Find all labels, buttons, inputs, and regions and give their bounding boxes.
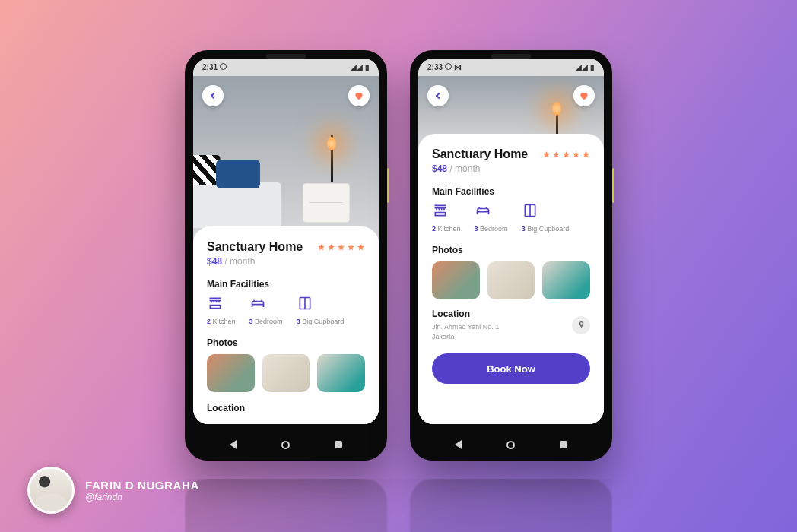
- cupboard-icon: [522, 203, 538, 218]
- status-indicators: ◢◢ ▮: [576, 63, 595, 71]
- listing-price: $48 / month: [207, 256, 303, 267]
- settings-icon: [220, 63, 227, 70]
- map-pin-icon: [577, 321, 586, 329]
- photo-thumbnail[interactable]: [432, 261, 480, 299]
- photo-thumbnail[interactable]: [207, 354, 255, 392]
- photo-thumbnail[interactable]: [262, 354, 310, 392]
- nav-recents-icon[interactable]: [560, 441, 567, 448]
- heart-icon: [354, 90, 364, 101]
- app-screen-detail-scrolled: 2:33 ⋈ ◢◢ ▮ Sanctuary Home $48 / month: [418, 59, 604, 424]
- author-handle: @farindn: [85, 492, 199, 502]
- photo-thumbnail[interactable]: [487, 261, 535, 299]
- map-button[interactable]: [572, 316, 590, 334]
- phone-mockup-1: 2:31 ◢◢ ▮ Sanctuary Home $48 / month: [185, 50, 387, 461]
- status-bar: 2:31 ◢◢ ▮: [193, 59, 379, 76]
- android-nav-bar: [410, 429, 612, 461]
- back-button[interactable]: [427, 85, 449, 106]
- listing-price: $48 / month: [432, 163, 528, 174]
- photo-thumbnail[interactable]: [317, 354, 365, 392]
- bed-icon: [249, 296, 266, 311]
- status-time: 2:31: [202, 63, 218, 71]
- nav-home-icon[interactable]: [281, 441, 290, 449]
- chevron-left-icon: [211, 93, 217, 99]
- facility-cupboard: 3 Big Cupboard: [297, 296, 345, 325]
- app-screen-detail-top: 2:31 ◢◢ ▮ Sanctuary Home $48 / month: [193, 59, 379, 424]
- nav-recents-icon[interactable]: [335, 441, 342, 448]
- bed-icon: [475, 203, 491, 218]
- kitchen-icon: [207, 296, 224, 311]
- facilities-heading: Main Facilities: [207, 279, 365, 290]
- nav-home-icon[interactable]: [506, 441, 515, 449]
- location-address: Jln. Ahmad Yani No. 1Jakarta: [432, 322, 499, 341]
- kitchen-icon: [432, 203, 449, 218]
- facility-bedroom: 3 Bedroom: [475, 203, 508, 233]
- avatar: [27, 467, 75, 514]
- android-nav-bar: [185, 429, 387, 461]
- listing-title: Sanctuary Home: [432, 147, 528, 161]
- location-heading: Location: [432, 309, 499, 319]
- location-heading: Location: [207, 403, 365, 413]
- phone-mockup-2: 2:33 ⋈ ◢◢ ▮ Sanctuary Home $48 / month: [410, 50, 612, 461]
- photos-heading: Photos: [207, 337, 365, 348]
- back-button[interactable]: [202, 85, 224, 106]
- status-time: 2:33: [427, 63, 443, 71]
- photo-thumbnail[interactable]: [542, 261, 590, 299]
- status-indicators: ◢◢ ▮: [351, 63, 370, 71]
- rating-stars: [317, 243, 365, 252]
- listing-title: Sanctuary Home: [207, 240, 303, 254]
- nav-back-icon[interactable]: [455, 440, 462, 449]
- favorite-button[interactable]: [573, 85, 595, 106]
- favorite-button[interactable]: [348, 85, 370, 106]
- author-attribution: FARIN D NUGRAHA @farindn: [27, 467, 199, 514]
- heart-icon: [579, 90, 589, 101]
- facility-kitchen: 2 Kitchen: [432, 203, 461, 233]
- book-now-button[interactable]: Book Now: [432, 353, 590, 384]
- nav-back-icon[interactable]: [230, 440, 237, 449]
- status-bar: 2:33 ⋈ ◢◢ ▮: [418, 59, 604, 76]
- facility-bedroom: 3 Bedroom: [249, 296, 283, 325]
- photos-heading: Photos: [432, 245, 590, 255]
- settings-icon: [445, 63, 452, 70]
- cupboard-icon: [297, 296, 313, 311]
- facilities-heading: Main Facilities: [432, 186, 590, 197]
- facility-kitchen: 2 Kitchen: [207, 296, 236, 325]
- author-name: FARIN D NUGRAHA: [85, 479, 199, 492]
- rating-stars: [542, 150, 590, 159]
- chevron-left-icon: [436, 93, 442, 99]
- facility-cupboard: 3 Big Cupboard: [522, 203, 570, 233]
- listing-hero-image: [193, 76, 379, 242]
